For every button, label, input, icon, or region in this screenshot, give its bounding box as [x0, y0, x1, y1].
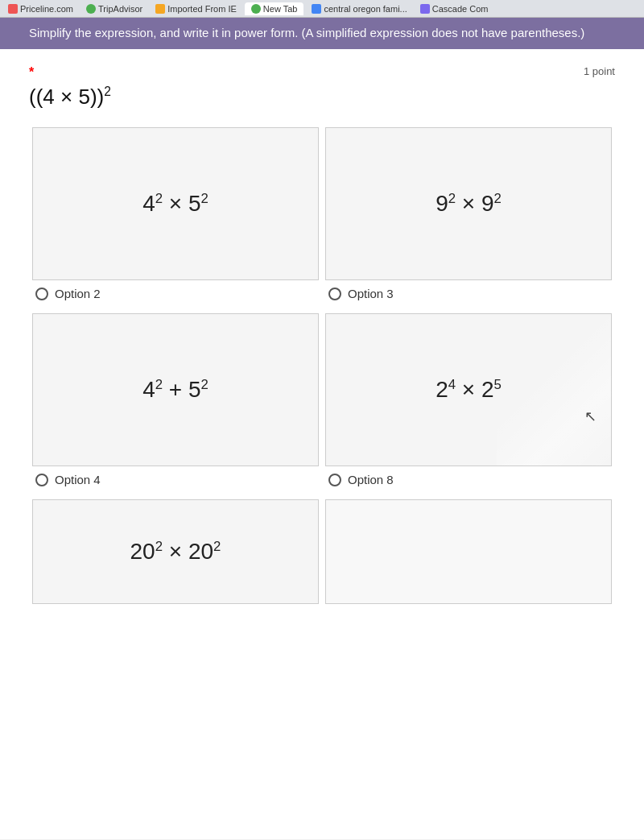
option-2-box[interactable]: 42 × 52	[32, 127, 319, 280]
option-4-col: 42 + 52 Option 4	[29, 310, 322, 496]
glare-overlay	[497, 314, 611, 466]
options-row-1: 42 × 52 Option 2 92 × 92	[29, 124, 615, 310]
option-4-label[interactable]: Option 4	[55, 473, 101, 486]
option-8-label-row: Option 8	[322, 470, 615, 496]
tab-imported[interactable]: Imported From IE	[151, 2, 242, 15]
option-2-label[interactable]: Option 2	[55, 287, 101, 300]
option-3-label-row: Option 3	[322, 283, 615, 310]
tab-google[interactable]: central oregon fami...	[307, 2, 411, 15]
tab-tripadvisor[interactable]: TripAdvisor	[81, 2, 147, 15]
tab-priceline[interactable]: Priceline.com	[3, 2, 78, 15]
option-3-box[interactable]: 92 × 92	[325, 127, 612, 280]
option-8-label[interactable]: Option 8	[348, 473, 394, 486]
option-3-col: 92 × 92 Option 3	[322, 124, 615, 310]
tab-cascade[interactable]: Cascade Com	[415, 2, 493, 15]
option-3-expression: 92 × 92	[436, 191, 502, 217]
options-wrapper: 42 × 52 Option 2 92 × 92	[29, 124, 615, 607]
option-4-expression: 42 + 52	[142, 377, 208, 403]
option-row3-right	[322, 496, 615, 607]
option-2-label-row: Option 2	[29, 283, 322, 310]
option-2-radio[interactable]	[35, 288, 48, 300]
points-label: 1 point	[584, 65, 615, 77]
option-2-expression: 42 × 52	[142, 191, 208, 217]
option-3-radio[interactable]	[328, 288, 341, 300]
question-expression: ((4 × 5))2	[29, 85, 615, 110]
instruction-text: Simplify the expression, and write it in…	[29, 26, 584, 39]
option-5-box[interactable]: 202 × 202	[32, 499, 319, 604]
options-row-2: 42 + 52 Option 4 24 × 25	[29, 310, 615, 496]
options-row-3: 202 × 202	[29, 496, 615, 607]
option-empty-box	[325, 499, 612, 604]
instruction-banner: Simplify the expression, and write it in…	[0, 18, 644, 49]
option-8-col: 24 × 25 ↖ Option 8	[322, 310, 615, 496]
option-8-expression: 24 × 25	[436, 377, 502, 403]
option-5-expression: 202 × 202	[130, 539, 221, 565]
option-4-box[interactable]: 42 + 52	[32, 313, 319, 466]
option-3-label[interactable]: Option 3	[348, 287, 394, 300]
option-5-col: 202 × 202	[29, 496, 322, 607]
page-content: Simplify the expression, and write it in…	[0, 18, 644, 839]
cursor-arrow: ↖	[584, 408, 597, 425]
option-8-box[interactable]: 24 × 25 ↖	[325, 313, 612, 466]
option-4-radio[interactable]	[35, 474, 48, 486]
option-4-label-row: Option 4	[29, 470, 322, 496]
question-container: * 1 point ((4 × 5))2 42 × 52	[0, 49, 644, 623]
option-8-radio[interactable]	[328, 474, 341, 486]
browser-tab-bar: Priceline.com TripAdvisor Imported From …	[0, 0, 644, 18]
question-header: * 1 point	[29, 65, 615, 80]
option-2-col: 42 × 52 Option 2	[29, 124, 322, 310]
required-asterisk: *	[29, 65, 34, 80]
tab-new[interactable]: New Tab	[245, 2, 304, 15]
